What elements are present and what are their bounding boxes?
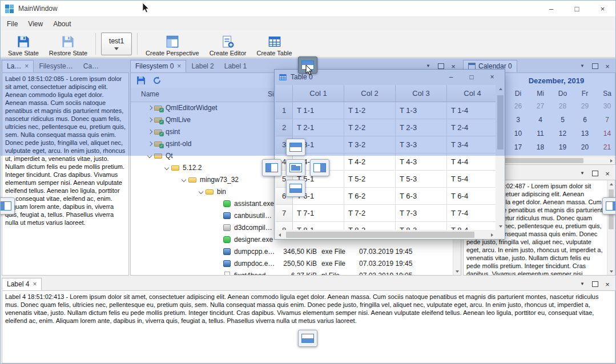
expander-icon[interactable] — [198, 188, 205, 195]
minimize-button[interactable]: – — [538, 1, 564, 17]
tab-label-4[interactable]: Label 4 × — [2, 278, 42, 290]
table-cell[interactable]: T 7-3 — [396, 205, 447, 222]
table-cell[interactable]: T 6-4 — [447, 188, 496, 205]
scrollbar-thumb[interactable] — [504, 158, 583, 163]
table-cell[interactable]: T 8-4 — [447, 222, 496, 230]
expander-icon[interactable] — [215, 212, 222, 219]
table-cell[interactable]: T 4-3 — [396, 153, 447, 171]
dock-titlebar-buttons: ▼ × — [578, 280, 615, 290]
table-row: 5 T 5-1 T 5-2 T 5-3 T 5-4 — [276, 171, 496, 188]
table-cell[interactable]: T 4-4 — [447, 153, 496, 171]
label4-panel: Label 4 18:51:02:413 - Lorem ipsum dolor… — [2, 290, 615, 363]
scroll-up-icon[interactable] — [610, 183, 613, 185]
label4-text: Label 4 18:51:02:413 - Lorem ipsum dolor… — [2, 291, 615, 363]
label5-vscrollbar[interactable] — [607, 180, 615, 275]
create-table-button[interactable]: Create Table — [251, 31, 297, 56]
create-editor-button[interactable]: Create Editor — [204, 31, 252, 56]
scroll-right-icon[interactable] — [610, 159, 613, 163]
dock-center-icon — [289, 163, 302, 172]
table-cell[interactable]: T 8-3 — [396, 222, 447, 230]
table-cell[interactable]: T 8-2 — [344, 222, 396, 230]
expander-icon[interactable] — [215, 260, 222, 267]
float-button[interactable] — [591, 280, 599, 288]
close-button[interactable]: × — [590, 1, 615, 17]
menu-item[interactable]: View — [23, 20, 48, 28]
dock-label4: Label 4 × ▼ × Label 4 18:51:02:413 - Lor… — [2, 278, 615, 363]
maximize-button[interactable]: □ — [564, 1, 590, 17]
expander-icon[interactable] — [215, 200, 222, 207]
expander-icon[interactable] — [215, 236, 222, 243]
table-cell[interactable]: T 6-2 — [344, 188, 396, 205]
chevron-down-icon — [114, 47, 119, 50]
file-icon — [188, 175, 198, 184]
tree-row[interactable]: fixqt4head… 6,37 KiB pl File 07.03.2019 … — [131, 269, 453, 275]
scroll-down-icon[interactable] — [610, 270, 613, 273]
dock-left-icon — [265, 163, 278, 172]
table-row: 7 T 7-1 T 7-2 T 7-3 T 7-4 — [276, 205, 496, 222]
close-dock-button[interactable]: × — [603, 280, 611, 288]
perspective-icon — [166, 35, 179, 48]
toolbar-separator — [95, 33, 96, 55]
drop-indicator-area-bottom[interactable] — [286, 180, 305, 197]
expander-icon[interactable] — [215, 272, 222, 276]
table-cell[interactable]: T 7-1 — [293, 205, 344, 222]
expander-icon[interactable] — [215, 224, 222, 231]
scroll-left-icon[interactable] — [279, 233, 281, 237]
dock-right-icon — [313, 163, 326, 172]
expander-icon[interactable] — [181, 176, 188, 183]
expander-icon[interactable] — [164, 164, 171, 171]
close-dock-button[interactable]: × — [603, 169, 611, 177]
drop-indicator-right-edge[interactable] — [602, 197, 616, 215]
menu-item[interactable]: About — [48, 20, 76, 28]
scroll-right-icon[interactable] — [491, 233, 493, 237]
toolbar: Save State Restore State test1 Create Pe… — [1, 30, 615, 58]
dock-left-icon — [0, 201, 11, 211]
scrollbar-thumb[interactable] — [286, 232, 474, 238]
expander-icon[interactable] — [215, 248, 222, 255]
table-cell[interactable]: T 7-2 — [344, 205, 396, 222]
file-icon — [222, 259, 232, 268]
scroll-down-icon[interactable] — [456, 270, 459, 273]
file-icon — [222, 211, 232, 220]
save-state-button[interactable]: Save State — [3, 31, 44, 56]
window-titlebar[interactable]: MainWindow – □ × — [1, 1, 615, 17]
label4-tabbar: Label 4 × ▼ × — [2, 278, 615, 290]
table-cell[interactable]: T 5-2 — [344, 171, 396, 188]
table-hscrollbar[interactable] — [276, 230, 496, 239]
table-cell[interactable]: T 5-3 — [396, 171, 447, 188]
perspective-combobox[interactable]: test1 — [101, 33, 132, 55]
drop-indicator-area-left[interactable] — [262, 159, 281, 176]
drop-indicator-area-top[interactable] — [286, 139, 305, 156]
table-cell[interactable]: T 5-4 — [447, 171, 496, 188]
scroll-down-icon[interactable] — [499, 225, 502, 228]
table-cell[interactable]: T 4-2 — [344, 153, 396, 171]
create-perspective-button[interactable]: Create Perspective — [140, 31, 204, 56]
main-window: MainWindow – □ × FileViewAbout Save Stat… — [0, 0, 616, 364]
file-icon — [222, 235, 232, 244]
window-title: MainWindow — [18, 5, 58, 13]
drop-indicator-area-center[interactable] — [286, 159, 305, 176]
file-icon — [205, 187, 215, 196]
tree-row[interactable]: dumpdoc.e… 250,50 KiB exe File 07.03.201… — [131, 257, 453, 269]
restore-state-button[interactable]: Restore State — [44, 31, 92, 56]
tree-row[interactable]: dumpcpp.e… 346,50 KiB exe File 07.03.201… — [131, 245, 453, 257]
table-icon — [268, 35, 281, 48]
file-icon — [171, 163, 180, 172]
table-row-header[interactable]: 7 — [276, 205, 293, 222]
table-row: 4 T 4-1 T 4-2 T 4-3 T 4-4 — [276, 153, 496, 171]
table-cell[interactable]: T 7-4 — [447, 205, 496, 222]
tabs-menu-button[interactable]: ▼ — [578, 280, 586, 288]
table-row-header[interactable]: 8 — [276, 222, 293, 230]
table-cell[interactable]: T 8-1 — [293, 222, 344, 230]
drop-indicator-left-edge[interactable] — [0, 197, 15, 215]
table-row: 8 T 8-1 T 8-2 T 8-3 T 8-4 — [276, 222, 496, 230]
dock-bottom-icon — [289, 184, 302, 193]
drop-indicator-bottom-edge[interactable] — [298, 330, 317, 347]
table-cell[interactable]: T 6-3 — [396, 188, 447, 205]
dock-titlebar-buttons: ▼ × — [578, 169, 615, 180]
float-button[interactable] — [591, 169, 599, 177]
drop-indicator-area-right[interactable] — [310, 159, 329, 176]
tab-close-icon[interactable]: × — [33, 280, 37, 288]
menu-item[interactable]: File — [2, 20, 23, 28]
tabs-menu-button[interactable]: ▼ — [578, 169, 586, 177]
